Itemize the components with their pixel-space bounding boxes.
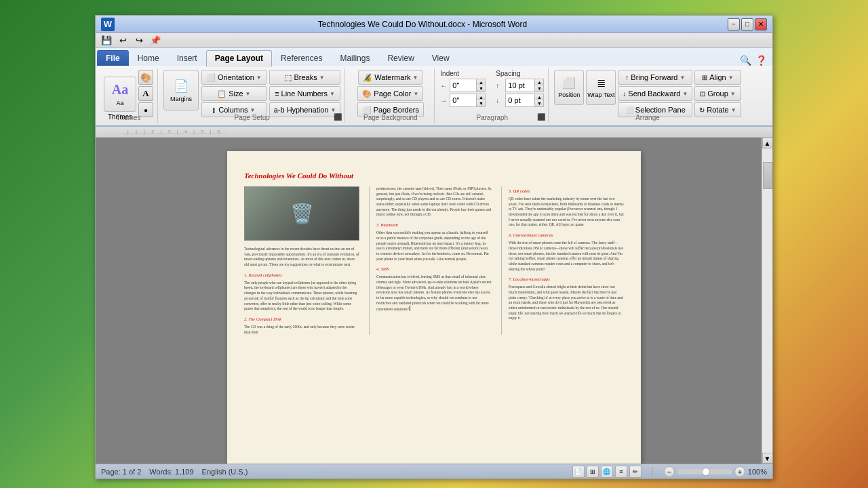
- doc-section5-title: 5. QR codes: [509, 188, 624, 193]
- indent-right-input[interactable]: 0": [450, 94, 476, 106]
- scroll-track[interactable]: [762, 148, 772, 453]
- spacing-after-icon: ↓: [496, 97, 505, 104]
- doc-intro-text: Technological advances in the recent dec…: [244, 247, 359, 268]
- doc-section2-text: The CD was a thing of the early 2000s, a…: [244, 325, 359, 335]
- wrap-text-button[interactable]: ≣ Wrap Text: [586, 70, 616, 105]
- word-window: W Technologies We Could Do Without.docx …: [95, 15, 773, 479]
- scroll-down-btn[interactable]: ▼: [762, 453, 773, 464]
- doc-section2-title: 2. The Compact Disk: [244, 317, 359, 321]
- doc-continue-text: predecessors, the cassette tape (shiver)…: [376, 186, 492, 218]
- zoom-slider[interactable]: [677, 469, 732, 474]
- page-background-group: 🔏 Watermark ▼ 🎨 Page Color ▼ ⬜ Page Bord…: [347, 68, 435, 123]
- minimize-button[interactable]: −: [728, 18, 740, 30]
- undo-quick-btn[interactable]: ↩: [116, 35, 130, 47]
- scroll-up-btn[interactable]: ▲: [762, 138, 773, 148]
- orientation-button[interactable]: ⬜ Orientation ▼: [201, 70, 267, 85]
- tab-home[interactable]: Home: [129, 50, 168, 66]
- view-fullscreen-btn[interactable]: ⊞: [587, 466, 599, 478]
- align-button[interactable]: ⊞ Align ▼: [694, 70, 741, 85]
- close-button[interactable]: ✕: [755, 18, 767, 30]
- line-numbers-button[interactable]: ≡ Line Numbers ▼: [269, 86, 341, 101]
- view-outline-btn[interactable]: ≡: [615, 466, 627, 478]
- doc-section4-title: 4. SMS: [376, 266, 492, 271]
- ribbon-question-icon[interactable]: ❓: [755, 55, 767, 66]
- window-title: Technologies We Could Do Without.docx - …: [117, 20, 728, 29]
- size-button[interactable]: 📋 Size ▼: [201, 86, 267, 101]
- send-backward-button[interactable]: ↓ Send Backward ▼: [618, 86, 692, 101]
- doc-section5-text: QR codes have taken the marketing indust…: [509, 197, 624, 228]
- tab-review[interactable]: Review: [378, 50, 422, 66]
- position-button[interactable]: ⬜ Position: [554, 70, 584, 105]
- tab-references[interactable]: References: [272, 50, 331, 66]
- spacing-label: Spacing: [496, 70, 544, 77]
- margins-button[interactable]: 📄 Margins: [163, 70, 199, 110]
- spacing-before-icon: ↑: [496, 82, 505, 89]
- breaks-button[interactable]: ⬚ Breaks ▼: [269, 70, 341, 85]
- zoom-in-btn[interactable]: +: [734, 466, 745, 477]
- indent-left-down-btn[interactable]: ▼: [477, 85, 485, 92]
- tab-file[interactable]: File: [97, 50, 129, 66]
- doc-section3-title: 3. Bluetooth: [376, 222, 492, 227]
- paragraph-group-label: Paragraph: [436, 114, 548, 121]
- view-draft-btn[interactable]: ✏: [629, 466, 642, 478]
- save-quick-btn[interactable]: 💾: [100, 35, 113, 47]
- document-title: Technologies We Could Do Without: [244, 171, 624, 180]
- tab-view[interactable]: View: [423, 50, 458, 66]
- doc-section1-text: The only people who use keypad cellphone…: [244, 281, 359, 312]
- redo-quick-btn[interactable]: ↪: [132, 35, 146, 47]
- word-count[interactable]: Words: 1,109: [149, 468, 193, 476]
- page-setup-group-label: Page Setup: [159, 114, 344, 121]
- ribbon-help-icon[interactable]: 🔍: [740, 55, 751, 66]
- zoom-level[interactable]: 100%: [748, 468, 767, 476]
- doc-image: 🗑️: [244, 186, 359, 241]
- indent-right-down-btn[interactable]: ▼: [477, 100, 485, 106]
- document-area[interactable]: ▲ ▼ Technologies We Could Do Without 🗑️: [96, 138, 772, 464]
- theme-colors-btn[interactable]: 🎨: [138, 70, 153, 85]
- tab-page-layout[interactable]: Page Layout: [206, 50, 272, 67]
- zoom-out-btn[interactable]: −: [664, 466, 675, 477]
- doc-column-3: 5. QR codes QR codes have taken the mark…: [501, 186, 624, 335]
- indent-right-icon: →: [440, 97, 450, 104]
- page-background-group-label: Page Background: [347, 114, 434, 121]
- view-web-btn[interactable]: 🌐: [601, 466, 613, 478]
- indent-right-up-btn[interactable]: ▲: [477, 94, 485, 100]
- status-bar: Page: 1 of 2 Words: 1,109 English (U.S.)…: [96, 464, 772, 479]
- tab-mailings[interactable]: Mailings: [331, 50, 378, 66]
- themes-button[interactable]: Aa Aa: [104, 77, 136, 112]
- scroll-thumb[interactable]: [763, 162, 772, 189]
- ribbon-tab-list: File Home Insert Page Layout References …: [96, 48, 772, 66]
- theme-fonts-btn[interactable]: A: [138, 86, 153, 101]
- spacing-before-up-btn[interactable]: ▲: [535, 79, 543, 85]
- paragraph-dialog-btn[interactable]: ⬛: [537, 113, 545, 121]
- indent-left-icon: ←: [440, 82, 450, 89]
- page-setup-dialog-btn[interactable]: ⬛: [334, 113, 342, 121]
- spacing-after-input[interactable]: 0 pt: [506, 94, 534, 106]
- view-print-btn[interactable]: 📄: [572, 466, 585, 478]
- doc-section6-text: With the rise of smart phones came the f…: [509, 241, 624, 272]
- ribbon-content: Aa Aa Themes 🎨 A ● Themes: [96, 66, 772, 125]
- indent-left-up-btn[interactable]: ▲: [477, 79, 485, 85]
- spacing-before-down-btn[interactable]: ▼: [535, 85, 543, 92]
- maximize-button[interactable]: □: [741, 18, 753, 30]
- doc-column-2: predecessors, the cassette tape (shiver)…: [369, 186, 492, 335]
- status-divider: [652, 467, 653, 476]
- pin-quick-btn[interactable]: 📌: [149, 35, 162, 47]
- doc-section3-text: Other than successfully making you appea…: [376, 230, 492, 262]
- doc-column-1: 🗑️ Technological advances in the recent …: [244, 186, 359, 335]
- vertical-scrollbar[interactable]: ▲ ▼: [762, 138, 772, 464]
- group-button[interactable]: ⊡ Group ▼: [694, 86, 741, 101]
- word-app-icon: W: [101, 18, 115, 31]
- tab-insert[interactable]: Insert: [168, 50, 206, 66]
- zoom-slider-thumb[interactable]: [702, 468, 710, 476]
- watermark-button[interactable]: 🔏 Watermark ▼: [358, 70, 422, 85]
- spacing-after-down-btn[interactable]: ▼: [535, 100, 543, 106]
- indent-left-input[interactable]: 0": [450, 79, 476, 92]
- arrange-group: ⬜ Position ≣ Wrap Text: [550, 68, 745, 123]
- page-indicator[interactable]: Page: 1 of 2: [101, 468, 141, 476]
- spacing-after-up-btn[interactable]: ▲: [535, 94, 543, 100]
- page-color-button[interactable]: 🎨 Page Color ▼: [357, 86, 423, 101]
- ribbon: File Home Insert Page Layout References …: [96, 48, 772, 127]
- spacing-before-input[interactable]: 10 pt: [506, 79, 534, 92]
- bring-forward-button[interactable]: ↑ Bring Forward ▼: [618, 70, 692, 85]
- language-indicator[interactable]: English (U.S.): [202, 468, 248, 476]
